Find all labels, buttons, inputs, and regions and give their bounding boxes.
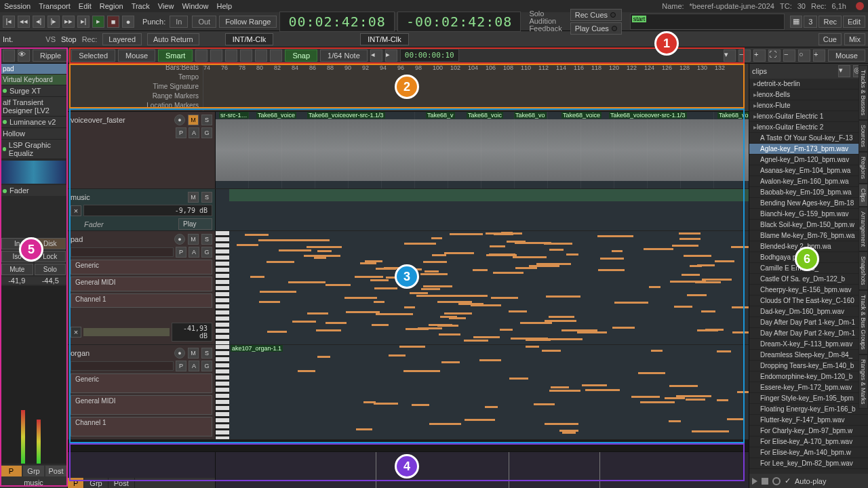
record-icon[interactable]: ● — [122, 16, 134, 28]
midi-program-dropdown[interactable]: General MIDI — [71, 277, 212, 291]
rec-arm-button[interactable]: ● — [174, 234, 185, 245]
clip-item[interactable]: A Taste Of Your Soul-key_F-13 — [749, 133, 868, 144]
stretch-tool-icon[interactable] — [240, 49, 252, 62]
tab-regions[interactable]: Regions — [859, 152, 868, 184]
feedback-indicator[interactable]: Feedback — [529, 25, 561, 33]
punch-in-button[interactable]: In — [170, 16, 188, 28]
solo-s-button[interactable]: S — [201, 234, 212, 245]
p-button[interactable]: P — [176, 247, 186, 258]
edit-button[interactable]: Edit — [843, 16, 865, 28]
primary-timecode[interactable]: 00:02:42:08 — [279, 12, 394, 32]
grid-dropdown[interactable]: 1/64 Note — [320, 49, 368, 62]
tab-sources[interactable]: Sources — [859, 120, 868, 152]
clip-item[interactable]: Bianchi-key_G-159_bpm.wav — [749, 209, 868, 220]
zoom-reset-v-icon[interactable]: ○ — [798, 49, 810, 62]
track-content-organ[interactable]: ake107_organ-1.1 — [216, 345, 749, 439]
clip-folder[interactable]: detroit-x-berlin — [749, 79, 868, 89]
g-button[interactable]: G — [201, 247, 212, 258]
pointer-tool-icon[interactable] — [195, 49, 208, 62]
clip-item[interactable]: Dad-key_Dm-160_bpm.wav — [749, 306, 868, 317]
clip-item[interactable]: Blame Me-key_Bm-76_bpm.wa — [749, 230, 868, 241]
summary-grp-button[interactable]: Grp — [84, 478, 108, 488]
track-header-organ[interactable]: organ ● M S P A G Generic General MIDI C… — [68, 345, 216, 439]
clip-item[interactable]: For Charly-key_Dm-97_bpm.w — [749, 426, 868, 436]
track-slider[interactable] — [71, 247, 174, 257]
preview-loop-icon[interactable] — [772, 477, 781, 485]
track-name[interactable]: voiceover_faster — [71, 116, 172, 124]
cut-tool-icon[interactable] — [225, 49, 237, 62]
edit-tool-icon[interactable] — [270, 49, 282, 62]
nudge-clock[interactable]: 00:00:00:10 — [400, 49, 459, 62]
nudge-prev-icon[interactable]: ◂ — [370, 49, 382, 62]
ffwd-icon[interactable]: ▸▸ — [62, 16, 75, 28]
view-toggle-icon[interactable]: ▦ — [790, 16, 802, 28]
selected-track-label[interactable]: pad — [0, 64, 67, 75]
track-header-music[interactable]: music M S × -9,79 dB Fader Play — [68, 189, 216, 230]
plugin-hollow[interactable]: Hollow — [0, 128, 67, 140]
menu-window[interactable]: Window — [182, 2, 208, 10]
ruler-timesig[interactable] — [203, 83, 749, 92]
recmode-dropdown[interactable]: Layered — [102, 33, 142, 45]
track-name[interactable]: music — [71, 193, 185, 201]
midi-bank-dropdown[interactable]: Generic — [71, 373, 212, 393]
tab-snapshots[interactable]: Snapshots — [859, 251, 868, 290]
midi-notes-pad[interactable] — [229, 231, 749, 344]
play-cues-toggle[interactable]: Play Cues — [570, 22, 622, 35]
tab-ranges-marks[interactable]: Ranges & Marks — [859, 354, 868, 409]
track-content-voiceover[interactable]: sr-src-1… Take68_voice Take68_voiceover-… — [216, 112, 749, 188]
ruler-loc[interactable] — [203, 102, 749, 111]
menu-track[interactable]: Track — [132, 2, 150, 10]
play-icon[interactable]: ▸ — [92, 16, 104, 28]
a-button[interactable]: A — [189, 247, 199, 258]
summary-post-button[interactable]: Post — [108, 478, 135, 488]
next-marker-icon[interactable]: |▸ — [47, 16, 60, 28]
clip-item[interactable]: Cheerpy-key_E-156_bpm.wav — [749, 285, 868, 296]
close-icon[interactable] — [856, 2, 864, 10]
mute-m-button[interactable]: M — [188, 115, 199, 125]
midi-channel-dropdown[interactable]: Channel 1 — [71, 293, 212, 308]
clip-folder[interactable]: lenox-Guitar Electric 2 — [749, 122, 868, 133]
sync-box-2[interactable]: INT/M-Clk — [360, 33, 409, 45]
selected-dropdown[interactable]: Selected — [71, 49, 115, 62]
plugin-luminance[interactable]: Luminance v2 — [0, 117, 67, 128]
start-marker[interactable]: start — [632, 16, 647, 22]
zoom-out-h-icon[interactable]: − — [738, 49, 751, 62]
plugin-eq[interactable]: LSP Graphic Equaliz — [0, 140, 67, 159]
clip-item[interactable]: Black Soil-key_Dm-150_bpm.w — [749, 220, 868, 230]
ruler-range[interactable] — [203, 92, 749, 102]
clip-item[interactable]: Aglae-key_Fm-173_bpm.wav — [749, 144, 868, 155]
clip-item[interactable]: For Elise-key_Am-140_bpm.w — [749, 447, 868, 458]
clip-item[interactable]: Dropping Tears-key_Em-140_b — [749, 361, 868, 371]
zoom-fit-icon[interactable]: ⛶ — [768, 49, 781, 62]
clip-item[interactable]: Castle Of Sa. ey_Dm-122_b — [749, 274, 868, 285]
plugin-surge[interactable]: Surge XT — [0, 85, 67, 97]
solo-button[interactable]: Solo — [35, 264, 66, 275]
p-button[interactable]: P — [0, 465, 22, 477]
midi-bank-dropdown[interactable]: Generic — [71, 260, 212, 274]
snap-toggle[interactable]: Snap — [285, 49, 317, 62]
clip-item[interactable]: Finger Style-key_Em-195_bpm — [749, 393, 868, 404]
track-name[interactable]: organ — [71, 349, 172, 357]
zoom-out-v-icon[interactable]: − — [783, 49, 795, 62]
clips-list[interactable]: detroit-x-berlinlenox-Bellslenox-Flutele… — [749, 79, 868, 474]
smart-tool-button[interactable]: Smart — [158, 49, 193, 62]
fader-label[interactable]: Fader — [0, 185, 67, 196]
clip-item[interactable]: Dream-X-key_F-113_bpm.wav — [749, 339, 868, 350]
fader-close-button[interactable]: × — [71, 205, 81, 216]
solo-s-button[interactable]: S — [201, 192, 212, 203]
post-button[interactable]: Post — [45, 465, 67, 477]
p-button[interactable]: P — [176, 361, 186, 371]
track-content-music[interactable] — [216, 189, 749, 230]
follow-range-dropdown[interactable]: Follow Range — [219, 16, 277, 28]
cue-button[interactable]: Cue — [818, 33, 842, 45]
region-label[interactable]: Take68_voice — [256, 112, 296, 119]
virtual-keyboard-button[interactable]: Virtual Keyboard — [0, 75, 67, 85]
mute-button[interactable]: Mute — [1, 264, 33, 275]
vs-value[interactable]: Stop — [61, 35, 77, 43]
clip-item[interactable]: Essere-key_Fm-172_bpm.wav — [749, 382, 868, 393]
midi-channel-dropdown[interactable]: Channel 1 — [71, 417, 212, 436]
a-button[interactable]: A — [189, 361, 199, 371]
nudge-next-icon[interactable]: ▸ — [385, 49, 397, 62]
plugin-transient[interactable]: alf Transient Designer [LV2 — [0, 97, 67, 117]
region-label[interactable]: Take68_voiceover-src-1.1/3 — [609, 112, 687, 119]
